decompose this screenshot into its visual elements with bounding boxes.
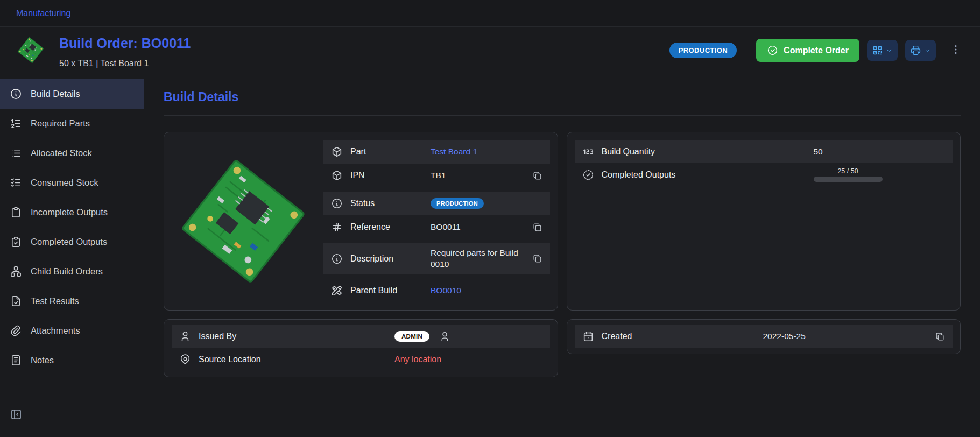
list-numbers-icon: [10, 117, 22, 130]
ipn-value: TB1: [431, 171, 446, 180]
detail-label: IPN: [350, 170, 423, 181]
barcode-actions-button[interactable]: [867, 40, 898, 61]
page-title: Build Order: BO0011: [59, 36, 191, 51]
complete-order-button[interactable]: Complete Order: [756, 39, 859, 62]
clipboard-icon: [10, 206, 22, 219]
sidebar-item-label: Allocated Stock: [31, 148, 92, 158]
list-icon: [10, 147, 22, 159]
copy-description-button[interactable]: [532, 253, 542, 264]
copy-icon: [532, 253, 542, 264]
sidebar-item-notes[interactable]: Notes: [0, 346, 144, 375]
status-badge: PRODUCTION: [669, 43, 737, 58]
row-label: Build Quantity: [602, 146, 806, 157]
print-actions-button[interactable]: [905, 40, 936, 61]
completed-progress: 25 / 50: [814, 167, 883, 182]
copy-icon: [935, 332, 945, 342]
copy-created-button[interactable]: [935, 332, 945, 342]
row-label: Completed Outputs: [602, 170, 806, 180]
part-link[interactable]: Test Board 1: [431, 147, 477, 157]
quantities-panel: Build Quantity 50 Completed Outputs 25 /…: [567, 132, 961, 311]
sidebar-item-build-details[interactable]: Build Details: [0, 79, 144, 109]
progress-check-icon: [582, 169, 594, 181]
progress-text: 25 / 50: [837, 167, 858, 175]
complete-order-label: Complete Order: [784, 46, 849, 55]
main-content: Build Details Part Test Board 1 IPN: [144, 76, 980, 437]
source-location-row: Source Location Any location: [172, 348, 550, 371]
issued-panel: Issued By ADMIN Source Location Any loca…: [164, 319, 558, 377]
file-check-icon: [10, 295, 22, 307]
overflow-menu-button[interactable]: [948, 41, 964, 59]
numbers-123-icon: [582, 146, 594, 158]
created-value: 2022-05-25: [763, 332, 806, 341]
created-row: Created 2022-05-25: [575, 325, 953, 348]
copy-ipn-button[interactable]: [532, 171, 542, 181]
build-quantity-value: 50: [814, 147, 823, 157]
detail-row-reference: Reference BO0011: [323, 215, 550, 239]
part-image-box: [172, 140, 315, 302]
user-icon: [179, 330, 191, 342]
row-label: Source Location: [199, 354, 387, 365]
header-titles: Build Order: BO0011 50 x TB1 | Test Boar…: [59, 36, 191, 68]
sidebar-item-label: Test Results: [31, 296, 79, 306]
sidebar-item-label: Notes: [31, 355, 54, 365]
completed-outputs-row: Completed Outputs 25 / 50: [575, 163, 953, 186]
detail-row-description: Description Required parts for Build 001…: [323, 243, 550, 274]
sidebar-item-label: Child Build Orders: [31, 266, 103, 277]
detail-table: Part Test Board 1 IPN TB1 Status PRODUCT: [323, 140, 550, 302]
detail-label: Status: [350, 198, 423, 209]
detail-label: Parent Build: [350, 285, 423, 296]
issued-by-row: Issued By ADMIN: [172, 325, 550, 348]
reference-value: BO0011: [431, 222, 461, 232]
sidebar-item-label: Attachments: [31, 326, 80, 336]
tools-icon: [331, 285, 343, 297]
sidebar-item-child-build-orders[interactable]: Child Build Orders: [0, 257, 144, 286]
description-value: Required parts for Build 0010: [431, 248, 532, 270]
build-details-panel: Part Test Board 1 IPN TB1 Status PRODUCT: [164, 132, 558, 311]
chevron-down-icon: [885, 47, 893, 54]
sidebar-item-label: Completed Outputs: [31, 237, 107, 247]
notes-icon: [10, 354, 22, 366]
sidebar-item-consumed-stock[interactable]: Consumed Stock: [0, 168, 144, 198]
info-circle-icon: [331, 253, 343, 265]
sidebar-footer: [0, 401, 144, 437]
sidebar-collapse-button[interactable]: [10, 408, 23, 422]
sidebar-item-label: Build Details: [31, 89, 80, 99]
info-circle-icon: [331, 198, 343, 209]
sidebar-spacer: [0, 375, 144, 401]
sidebar-item-required-parts[interactable]: Required Parts: [0, 109, 144, 138]
sidebar-item-completed-outputs[interactable]: Completed Outputs: [0, 227, 144, 257]
info-circle-icon: [10, 88, 22, 100]
sidebar-item-allocated-stock[interactable]: Allocated Stock: [0, 138, 144, 168]
qr-code-icon: [872, 45, 883, 56]
printer-icon: [910, 45, 921, 56]
build-quantity-row: Build Quantity 50: [575, 140, 953, 163]
copy-reference-button[interactable]: [532, 222, 542, 232]
detail-row-status: Status PRODUCTION: [323, 192, 550, 215]
part-image: [174, 152, 312, 290]
row-label: Created: [602, 331, 756, 342]
clipboard-check-icon: [10, 236, 22, 248]
parent-build-link[interactable]: BO0010: [431, 286, 461, 295]
status-badge: PRODUCTION: [431, 198, 484, 209]
detail-label: Part: [350, 146, 423, 157]
issued-by-badge: ADMIN: [394, 331, 429, 342]
hash-icon: [331, 221, 343, 233]
sidebar-item-incomplete-outputs[interactable]: Incomplete Outputs: [0, 198, 144, 227]
calendar-icon: [582, 330, 594, 342]
sidebar-item-label: Required Parts: [31, 118, 90, 129]
created-panel: Created 2022-05-25: [567, 319, 961, 354]
breadcrumb-manufacturing-link[interactable]: Manufacturing: [16, 9, 70, 18]
circle-check-icon: [767, 45, 778, 56]
package-icon: [331, 146, 343, 158]
detail-label: Description: [350, 253, 423, 264]
breadcrumb: Manufacturing: [0, 0, 980, 27]
sidebar-item-attachments[interactable]: Attachments: [0, 316, 144, 346]
detail-row-part: Part Test Board 1: [323, 140, 550, 164]
copy-icon: [532, 222, 542, 232]
sidebar-collapse-icon: [10, 408, 23, 421]
heading-divider: [164, 115, 961, 116]
sidebar-item-test-results[interactable]: Test Results: [0, 286, 144, 316]
body: Build Details Required Parts Allocated S…: [0, 76, 980, 437]
sidebar-item-label: Incomplete Outputs: [31, 207, 108, 217]
detail-row-ipn: IPN TB1: [323, 164, 550, 187]
